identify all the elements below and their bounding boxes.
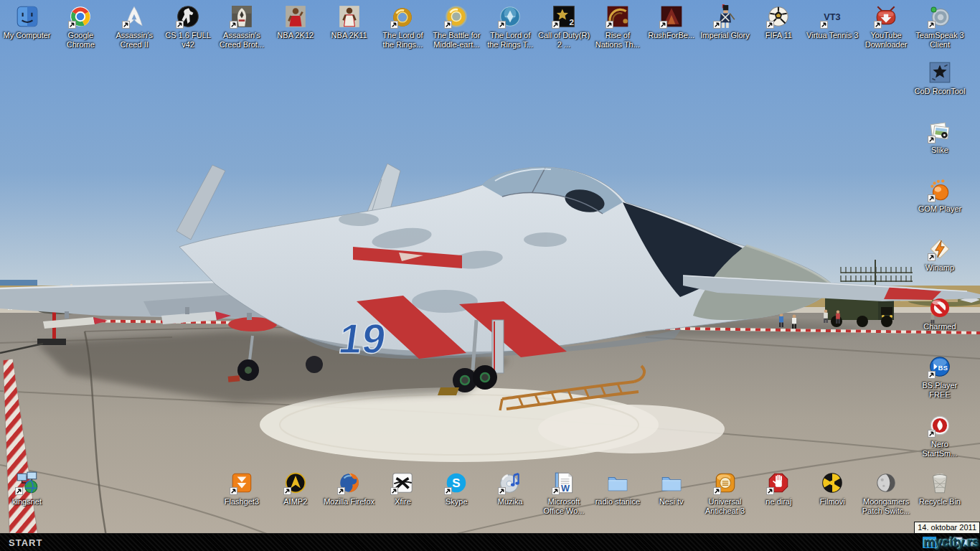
desktop-icon-lotr-t[interactable]: The Lord of the Rings T... [484,4,537,50]
flashget3-icon [230,471,254,495]
icon-label: Charmed [923,322,956,331]
desktop-icon-kingsnet[interactable]: kingsnet [0,471,54,507]
icon-label: Skype [446,497,468,507]
icon-label: YouTube Downloader [859,31,913,50]
imperial-glory-icon [713,4,738,29]
icon-label: kingsnet [12,497,42,507]
desktop-icon-nesi-tv[interactable]: Nesi tv [644,471,698,507]
desktop-icon-moongamers-patch-switcher[interactable]: Moongamers Patch Switc... [859,471,913,516]
desktop-icon-universal-anticheat-3[interactable]: Universal Anticheat 3 [698,471,752,516]
aircraft-number: 19 [336,315,389,362]
desktop-icon-aimp2[interactable]: AIMP2 [268,471,322,507]
cod-rcontool-icon [928,60,952,85]
desktop-icon-virtua-tennis-3[interactable]: VT3Virtua Tennis 3 [806,4,859,40]
date-tooltip: 14. oktobar 2011 [914,522,980,534]
ms-word-icon: W [552,471,576,495]
desktop-icon-skype[interactable]: SSkype [430,471,484,507]
fifa-11-icon [766,4,791,29]
nesi-tv-icon [659,471,684,495]
nba-2k11-icon [337,4,362,29]
desktop-icon-my-computer[interactable]: My Computer [0,4,54,40]
desktop-icon-ne-diraj[interactable]: ne diraj [752,471,806,507]
winamp-icon [928,237,952,261]
slike-icon [928,119,952,143]
nba-2k12-icon [283,4,308,29]
desktop-icon-assassins-creed-2[interactable]: Assassin's Creed II [108,4,161,50]
ne-diraj-icon [766,471,791,495]
desktop-icon-slike[interactable]: Slike [913,119,966,155]
mozilla-firefox-icon [337,471,362,495]
desktop-icon-cs-16[interactable]: CS 1.6 FULL v42 [161,4,215,50]
desktop-icon-charmed[interactable]: Charmed [913,296,966,331]
desktop-icon-lotr[interactable]: The Lord of the Rings... [376,4,430,50]
desktop-icon-teamspeak-3[interactable]: TeamSpeak 3 Client [913,4,966,50]
bsplayer-free-icon: BS [928,354,952,379]
wallpaper-photo: 19 [0,0,980,551]
desktop-icon-call-of-duty-2[interactable]: 2Call of Duty(R) 2 ... [537,4,591,50]
icon-label: Moongamers Patch Switc... [859,497,913,516]
svg-text:W: W [561,483,570,494]
svg-text:BS: BS [938,364,948,372]
start-button[interactable]: START [0,537,51,548]
charmed-icon [928,296,952,320]
battle-for-middle-earth-icon [444,4,468,29]
skype-icon: S [444,471,468,495]
assassins-creed-2-icon [122,4,146,29]
icon-label: Google Chrome [54,31,107,50]
desktop-icon-filmovi[interactable]: Filmovi [806,471,859,507]
filmovi-icon [820,471,844,495]
kingsnet-icon [15,471,39,495]
desktop-icon-cod-rcontool[interactable]: CoD RconTool [913,60,966,96]
desktop-icon-assassins-creed-brotherhood[interactable]: Assassin's Creed Brot... [215,4,268,50]
icon-label: radio stanice [595,497,640,507]
icon-label: Recycle Bin [919,497,961,507]
icon-label: The Lord of the Rings... [376,31,429,50]
xfire-icon [390,471,415,495]
icon-label: Universal Anticheat 3 [699,497,752,516]
icon-label: My Computer [3,31,50,40]
icon-label: Virtua Tennis 3 [806,31,858,40]
universal-anticheat-3-icon [713,471,738,495]
desktop-icon-rise-of-nations[interactable]: Rise of Nations Th... [590,4,644,50]
desktop-icon-nba-2k12[interactable]: NBA 2K12 [268,4,322,40]
desktop-icon-radio-stanice[interactable]: radio stanice [590,471,644,507]
radio-stanice-icon [606,471,630,495]
watermark: mycity.rs [923,535,979,550]
cs-16-icon [176,4,200,29]
desktop-icon-rushforbe[interactable]: RushForBe... [644,4,698,40]
icon-label: FIFA 11 [765,31,792,40]
desktop-icon-youtube-downloader[interactable]: YouTube Downloader [859,4,913,50]
desktop-icon-bsplayer-free[interactable]: BSBS.Player FREE [913,354,966,400]
desktop-icon-google-chrome[interactable]: Google Chrome [54,4,108,50]
nero-startsmart-icon [928,413,952,438]
desktop-icon-gom-player[interactable]: GOM Player [913,178,966,214]
desktop-icon-nba-2k11[interactable]: NBA 2K11 [322,4,376,40]
desktop-icon-flashget3[interactable]: Flashget3 [215,471,268,507]
desktop-icon-imperial-glory[interactable]: Imperial Glory [698,4,752,40]
icon-label: Nero StartSm... [913,440,966,458]
desktop-icon-fifa-11[interactable]: FIFA 11 [752,4,806,40]
icon-label: Nesi tv [659,497,684,507]
lotr-t-icon [498,4,522,29]
desktop-icon-nero-startsmart[interactable]: Nero StartSm... [913,413,966,458]
desktop-icon-battle-for-middle-earth[interactable]: The Battle for Middle-eart... [430,4,484,50]
icon-label: Microsoft Office Wo... [537,497,590,516]
icon-label: RushForBe... [648,31,694,40]
icon-label: Muzika [498,497,523,507]
desktop-icon-mozilla-firefox[interactable]: Mozilla Firefox [322,471,376,507]
rushforbe-icon [659,4,684,29]
icon-label: BS.Player FREE [913,381,966,400]
icon-label: Assassin's Creed Brot... [215,31,268,50]
svg-text:2: 2 [569,17,574,27]
taskbar: START EN [0,533,980,551]
desktop-icon-recycle-bin[interactable]: Recycle Bin [913,471,966,507]
lotr-icon [390,4,415,29]
icon-label: Assassin's Creed II [108,31,161,50]
desktop-icon-xfire[interactable]: Xfire [376,471,430,507]
desktop-icon-ms-word[interactable]: WMicrosoft Office Wo... [537,471,591,516]
desktop-icon-winamp[interactable]: Winamp [913,237,966,273]
desktop-icon-muzika[interactable]: Muzika [484,471,537,507]
icon-label: Flashget3 [225,497,259,507]
icon-label: CS 1.6 FULL v42 [161,31,215,50]
assassins-creed-brotherhood-icon [230,4,254,29]
